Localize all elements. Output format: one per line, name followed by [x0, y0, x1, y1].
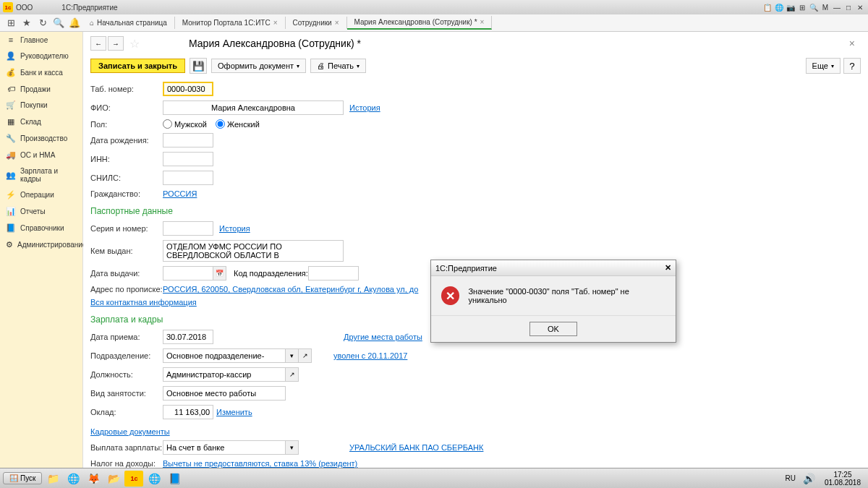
division-label: Подразделение: — [90, 351, 163, 360]
bank-link[interactable]: УРАЛЬСКИЙ БАНК ПАО СБЕРБАНК — [349, 443, 483, 452]
division-input[interactable] — [163, 348, 286, 363]
tray-icon[interactable]: 📋 — [762, 2, 773, 12]
sidebar-buy[interactable]: 🛒Покупки — [0, 97, 82, 114]
chevron-down-icon[interactable]: ▾ — [286, 440, 299, 455]
tab-home[interactable]: ⌂Начальная страница — [82, 17, 175, 29]
issue-date-input[interactable] — [163, 266, 213, 281]
close-icon[interactable]: ✕ — [855, 2, 865, 12]
position-input[interactable] — [163, 367, 286, 382]
payout-label: Выплата зарплаты: — [90, 443, 163, 452]
apps-icon[interactable]: ⊞ — [3, 16, 19, 30]
payout-select[interactable]: На счет в банке — [163, 440, 286, 455]
issued-by-label: Кем выдан: — [90, 247, 163, 255]
sidebar-assets[interactable]: 🚚ОС и НМА — [0, 147, 82, 163]
app-logo-icon: 1c — [3, 2, 13, 12]
close-icon[interactable]: × — [273, 19, 278, 27]
tray-icon[interactable]: M — [820, 2, 830, 12]
open-icon[interactable]: ↗ — [299, 348, 312, 363]
gender-female-radio[interactable]: Женский — [216, 119, 260, 129]
history-icon[interactable]: ↻ — [35, 16, 51, 30]
close-icon[interactable]: × — [335, 19, 339, 27]
tray-icon[interactable]: 🔍 — [809, 2, 819, 12]
tab-portal[interactable]: Монитор Портала 1С:ИТС× — [175, 17, 286, 29]
book-icon: 📘 — [6, 223, 16, 233]
sidebar-hr[interactable]: 👥Зарплата и кадры — [0, 163, 82, 187]
window-titlebar: 1c ООО 1С:Предприятие 📋 🌐 📷 ⊞ 🔍 M — □ ✕ — [0, 0, 868, 14]
change-link[interactable]: Изменить — [216, 408, 252, 416]
favorite-icon[interactable]: ☆ — [129, 37, 140, 51]
grid-icon: ▦ — [6, 117, 16, 127]
inn-input[interactable] — [163, 152, 213, 166]
citizenship-label: Гражданство: — [90, 189, 163, 198]
sidebar-refs[interactable]: 📘Справочники — [0, 220, 82, 236]
help-button[interactable]: ? — [843, 58, 861, 74]
tray-icon[interactable]: 🌐 — [774, 2, 784, 12]
tab-number-input[interactable] — [163, 82, 213, 96]
sidebar-main[interactable]: ≡Главное — [0, 32, 82, 48]
history-link[interactable]: История — [349, 103, 380, 112]
dialog-message: Значение "0000-0030" поля "Таб. номер" н… — [468, 287, 665, 304]
fired-link[interactable]: уволен с 20.11.2017 — [333, 351, 407, 360]
search-icon[interactable]: 🔍 — [51, 16, 67, 30]
sidebar-stock[interactable]: ▦Склад — [0, 114, 82, 130]
hire-date-input[interactable] — [163, 330, 213, 344]
tax-label: Налог на доходы: — [90, 459, 163, 468]
reg-address-link[interactable]: РОССИЯ, 620050, Свердловская обл, Екатер… — [163, 285, 418, 294]
fio-input[interactable] — [163, 100, 344, 115]
close-icon[interactable]: × — [480, 18, 485, 26]
nav-forward-button[interactable]: → — [108, 36, 124, 51]
dialog-title: 1С:Предприятие — [435, 264, 497, 273]
company-name: ООО — [16, 4, 33, 12]
maximize-icon[interactable]: □ — [843, 2, 854, 12]
gender-male-radio[interactable]: Мужской — [163, 119, 207, 129]
error-dialog: 1С:Предприятие✕ ✕ Значение "0000-0030" п… — [430, 260, 676, 343]
sidebar-bank[interactable]: 💰Банк и касса — [0, 64, 82, 81]
tray-icon[interactable]: 📷 — [786, 2, 796, 12]
wrench-icon: 🔧 — [6, 134, 16, 143]
save-close-button[interactable]: Записать и закрыть — [90, 59, 185, 73]
people-icon: 👥 — [6, 171, 16, 180]
truck-icon: 🚚 — [6, 150, 16, 160]
dialog-ok-button[interactable]: OK — [529, 322, 577, 336]
star-icon[interactable]: ★ — [19, 16, 35, 30]
save-button[interactable]: 💾 — [190, 58, 207, 74]
reg-address-label: Адрес по прописке: — [90, 285, 163, 294]
tax-link[interactable]: Вычеты не предоставляются, ставка 13% (р… — [163, 459, 357, 468]
sidebar-manager[interactable]: 👤Руководителю — [0, 48, 82, 64]
sidebar-prod[interactable]: 🔧Производство — [0, 130, 82, 147]
sidebar-admin[interactable]: ⚙Администрирование — [0, 236, 82, 253]
passport-history-link[interactable]: История — [219, 224, 250, 233]
bell-icon[interactable]: 🔔 — [67, 16, 82, 30]
employment-input[interactable] — [163, 386, 286, 401]
minimize-icon[interactable]: — — [832, 2, 842, 12]
open-icon[interactable]: ↗ — [286, 367, 299, 382]
citizenship-link[interactable]: РОССИЯ — [163, 189, 197, 198]
tray-icon[interactable]: ⊞ — [797, 2, 807, 12]
sidebar-sales[interactable]: 🏷Продажи — [0, 81, 82, 97]
format-doc-button[interactable]: Оформить документ — [211, 59, 306, 73]
tab-employee-form[interactable]: Мария Александровна (Сотрудник) *× — [347, 16, 493, 30]
issued-by-input[interactable]: ОТДЕЛОМ УФМС РОССИИ ПО СВЕРДЛОВСКОЙ ОБЛА… — [163, 240, 344, 262]
gear-icon: ⚙ — [6, 240, 13, 249]
calendar-icon[interactable]: 📅 — [213, 266, 226, 281]
money-icon: 💰 — [6, 68, 16, 77]
dept-code-label: Код подразделения: — [234, 269, 308, 278]
all-contact-link[interactable]: Вся контактная информация — [90, 298, 197, 307]
series-input[interactable] — [163, 221, 213, 236]
nav-back-button[interactable]: ← — [90, 36, 106, 51]
dept-code-input[interactable] — [308, 266, 359, 281]
select-icon[interactable]: ▾ — [286, 348, 299, 363]
hr-docs-link[interactable]: Кадровые документы — [90, 427, 170, 436]
print-button[interactable]: 🖨 Печать — [310, 59, 366, 73]
dob-input[interactable] — [163, 133, 213, 147]
tab-employees[interactable]: Сотрудники× — [286, 17, 347, 29]
sidebar-reports[interactable]: 📊Отчеты — [0, 203, 82, 220]
sidebar-ops[interactable]: ⚡Операции — [0, 187, 82, 203]
close-page-icon[interactable]: × — [843, 38, 861, 49]
dialog-close-icon[interactable]: ✕ — [665, 263, 671, 273]
more-button[interactable]: Еще — [806, 58, 841, 74]
snils-input[interactable] — [163, 171, 213, 185]
other-places-link[interactable]: Другие места работы — [344, 333, 422, 341]
salary-input[interactable] — [163, 405, 213, 419]
content-area: ← → ☆ Мария Александровна (Сотрудник) * … — [83, 32, 868, 470]
